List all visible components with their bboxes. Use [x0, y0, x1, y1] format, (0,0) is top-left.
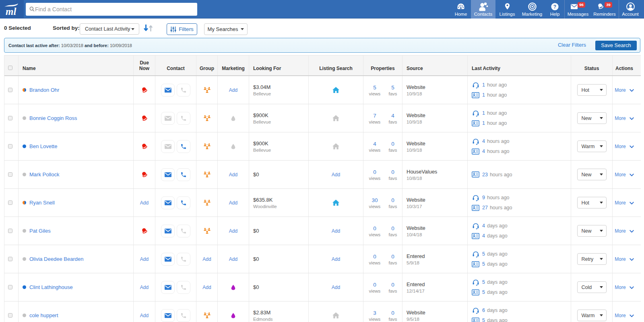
svg-text:ml: ml [6, 6, 16, 16]
svg-text:?: ? [553, 4, 556, 9]
